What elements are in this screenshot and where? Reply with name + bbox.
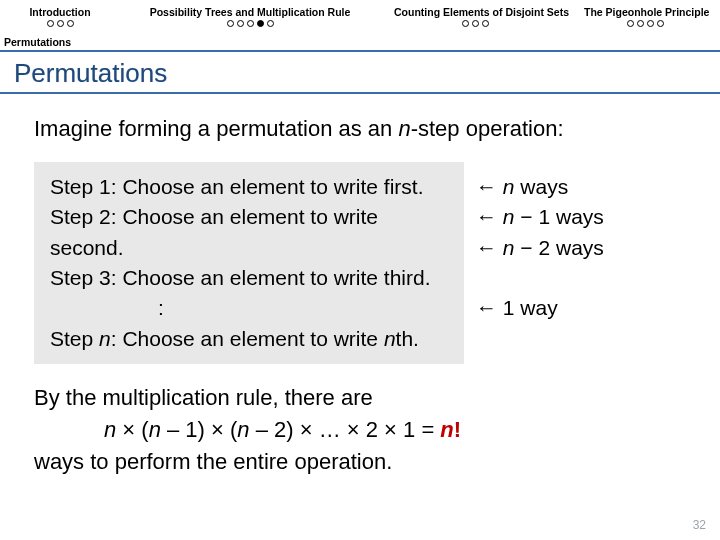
ways-line: ← n − 2 ways xyxy=(476,233,604,263)
text: − 2 ways xyxy=(515,236,604,259)
ways-column: ← n ways ← n − 1 ways ← n − 2 ways ← 1 w… xyxy=(470,162,604,365)
conclusion: By the multiplication rule, there are n … xyxy=(34,382,686,478)
step-line: Step 3: Choose an element to write third… xyxy=(50,263,450,293)
nav-label: Counting Elements of Disjoint Sets xyxy=(394,6,556,18)
n-var: n xyxy=(104,417,116,442)
text: Imagine forming a permutation as an xyxy=(34,116,398,141)
text: − 1 ways xyxy=(515,205,604,228)
text: ways xyxy=(515,175,569,198)
intro-text: Imagine forming a permutation as an n-st… xyxy=(34,114,686,144)
nav-label: Introduction xyxy=(14,6,106,18)
n-var: n xyxy=(149,417,161,442)
n-factorial: n xyxy=(440,417,453,442)
n-var: n xyxy=(503,236,515,259)
page-title: Permutations xyxy=(14,58,167,89)
nav-label: The Pigeonhole Principle xyxy=(584,6,706,18)
text: Step xyxy=(50,327,99,350)
steps-box: Step 1: Choose an element to write first… xyxy=(34,162,464,365)
page-number: 32 xyxy=(693,518,706,532)
text: × ( xyxy=(116,417,148,442)
n-var: n xyxy=(99,327,111,350)
text: th. xyxy=(396,327,419,350)
nav-item-pigeonhole[interactable]: The Pigeonhole Principle xyxy=(570,0,720,32)
n-var: n xyxy=(503,205,515,228)
subnav-label: Permutations xyxy=(4,36,71,48)
progress-dots xyxy=(134,20,366,27)
ways-line xyxy=(476,263,604,293)
text: ways to perform the entire operation. xyxy=(34,446,686,478)
ellipsis: : xyxy=(50,293,450,323)
arrow-left-icon: ← xyxy=(476,175,503,198)
ways-line: ← 1 way xyxy=(476,293,604,323)
text: – 2) × … × 2 × 1 = xyxy=(250,417,441,442)
nav-item-counting[interactable]: Counting Elements of Disjoint Sets xyxy=(380,0,570,32)
nav-item-possibility[interactable]: Possibility Trees and Multiplication Rul… xyxy=(120,0,380,32)
arrow-left-icon: ← xyxy=(476,205,503,228)
formula: n × (n – 1) × (n – 2) × … × 2 × 1 = n! xyxy=(34,414,686,446)
subnav: Permutations xyxy=(0,32,720,50)
text: -step operation: xyxy=(411,116,564,141)
nav-item-introduction[interactable]: Introduction xyxy=(0,0,120,32)
n-var: n xyxy=(237,417,249,442)
ways-line: ← n ways xyxy=(476,172,604,202)
ways-line: ← n − 1 ways xyxy=(476,202,604,232)
progress-dots xyxy=(14,20,106,27)
factorial-mark: ! xyxy=(454,417,461,442)
text: By the multiplication rule, there are xyxy=(34,382,686,414)
step-line: Step 1: Choose an element to write first… xyxy=(50,172,450,202)
progress-dots xyxy=(394,20,556,27)
top-nav: Introduction Possibility Trees and Multi… xyxy=(0,0,720,32)
content: Imagine forming a permutation as an n-st… xyxy=(0,94,720,478)
arrow-left-icon: ← xyxy=(476,236,503,259)
n-var: n xyxy=(503,175,515,198)
step-line: Step n: Choose an element to write nth. xyxy=(50,324,450,354)
title-bar: Permutations xyxy=(0,50,720,94)
steps-block: Step 1: Choose an element to write first… xyxy=(34,162,686,365)
progress-dots xyxy=(584,20,706,27)
nav-label: Possibility Trees and Multiplication Rul… xyxy=(134,6,366,18)
n-var: n xyxy=(384,327,396,350)
step-line: Step 2: Choose an element to write secon… xyxy=(50,202,450,263)
text: – 1) × ( xyxy=(161,417,237,442)
text: : Choose an element to write xyxy=(111,327,384,350)
n-var: n xyxy=(398,116,410,141)
